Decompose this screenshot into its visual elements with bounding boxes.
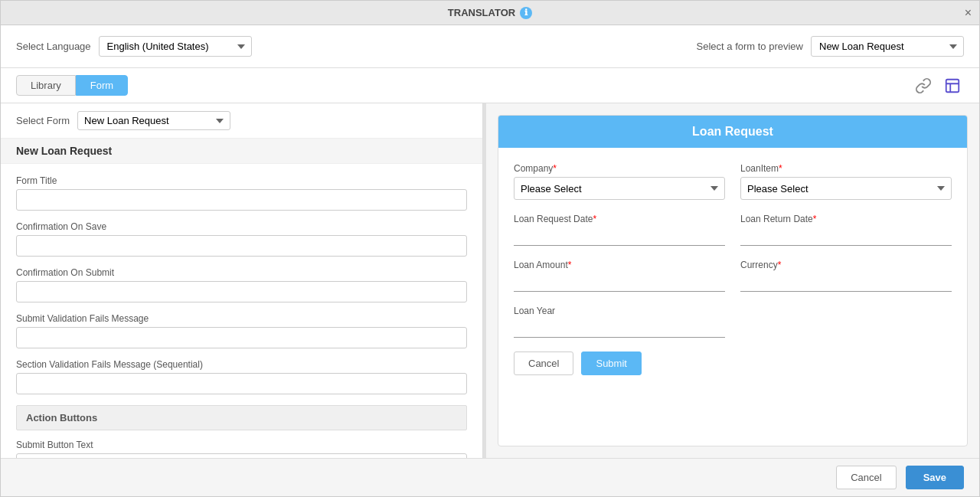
company-field: Company* Please Select xyxy=(514,163,725,200)
submit-validation-label: Submit Validation Fails Message xyxy=(16,313,467,324)
select-form-dropdown[interactable]: New Loan Request xyxy=(77,111,230,130)
section-validation-input[interactable] xyxy=(16,373,467,394)
language-selector-group: Select Language English (United States) xyxy=(16,36,252,57)
toolbar-icons xyxy=(912,74,964,97)
loan-item-field: LoanItem* Please Select xyxy=(740,163,952,200)
select-language-label: Select Language xyxy=(16,41,91,52)
title-text: TRANSLATOR xyxy=(448,7,515,18)
form-title-field: Form Title xyxy=(16,175,467,211)
preview-cancel-button[interactable]: Cancel xyxy=(514,351,573,375)
form-preview-header: Loan Request xyxy=(498,116,967,148)
library-tab[interactable]: Library xyxy=(16,75,76,96)
footer-save-button[interactable]: Save xyxy=(906,466,964,489)
confirmation-on-submit-label: Confirmation On Submit xyxy=(16,267,467,278)
form-title-input[interactable] xyxy=(16,189,467,211)
company-label: Company* xyxy=(514,163,725,174)
form-row-4: Loan Year xyxy=(514,306,952,338)
loan-item-label: LoanItem* xyxy=(740,163,952,174)
form-title-label: Form Title xyxy=(16,175,467,186)
loan-item-required-star: * xyxy=(779,163,782,174)
confirmation-on-save-input[interactable] xyxy=(16,235,467,257)
select-form-label: Select Form xyxy=(16,115,70,126)
submit-button-text-label: Submit Button Text xyxy=(16,440,467,450)
loan-request-date-field: Loan Request Date* xyxy=(514,214,725,246)
confirmation-on-submit-input[interactable] xyxy=(16,281,467,302)
expand-icon xyxy=(944,77,961,94)
loan-return-date-required-star: * xyxy=(813,214,817,224)
confirmation-on-save-label: Confirmation On Save xyxy=(16,221,467,232)
form-row-3: Loan Amount* Currency* xyxy=(514,260,952,292)
left-panel-title: New Loan Request xyxy=(1,139,482,164)
action-buttons-section: Action Buttons xyxy=(16,405,467,430)
currency-input[interactable] xyxy=(740,273,952,292)
loan-return-date-field: Loan Return Date* xyxy=(740,214,952,246)
loan-request-date-input[interactable] xyxy=(514,227,725,246)
loan-amount-input[interactable] xyxy=(514,273,725,292)
language-select[interactable]: English (United States) xyxy=(99,36,252,57)
chain-icon xyxy=(915,77,932,94)
form-preview-selector-group: Select a form to preview New Loan Reques… xyxy=(697,36,964,57)
loan-amount-required-star: * xyxy=(568,260,572,270)
left-panel-body: Form Title Confirmation On Save Confirma… xyxy=(1,164,482,458)
expand-button[interactable] xyxy=(941,74,964,97)
currency-label: Currency* xyxy=(740,260,952,270)
loan-year-label: Loan Year xyxy=(514,306,725,316)
title-bar: TRANSLATOR ℹ × xyxy=(1,1,979,25)
section-validation-field: Section Validation Fails Message (Sequen… xyxy=(16,359,467,394)
select-form-preview-label: Select a form to preview xyxy=(697,41,803,52)
left-panel: Select Form New Loan Request New Loan Re… xyxy=(1,103,483,458)
tab-group: Library Form xyxy=(16,75,128,96)
footer-cancel-button[interactable]: Cancel xyxy=(836,466,896,489)
loan-request-date-required-star: * xyxy=(593,214,596,224)
title-bar-text: TRANSLATOR ℹ xyxy=(448,7,532,19)
loan-year-spacer xyxy=(740,306,952,338)
loan-return-date-input[interactable] xyxy=(740,227,952,246)
chain-link-button[interactable] xyxy=(912,74,935,97)
company-select[interactable]: Please Select xyxy=(514,177,725,200)
currency-field: Currency* xyxy=(740,260,952,292)
form-tab[interactable]: Form xyxy=(76,75,128,96)
confirmation-on-save-field: Confirmation On Save xyxy=(16,221,467,257)
preview-submit-button[interactable]: Submit xyxy=(581,351,641,375)
submit-button-text-field: Submit Button Text xyxy=(16,440,467,458)
toolbar: Library Form xyxy=(1,68,979,103)
info-icon[interactable]: ℹ xyxy=(520,7,532,19)
left-panel-header: Select Form New Loan Request xyxy=(1,103,482,139)
confirmation-on-submit-field: Confirmation On Submit xyxy=(16,267,467,302)
main-content: Select Form New Loan Request New Loan Re… xyxy=(1,103,979,458)
loan-amount-label: Loan Amount* xyxy=(514,260,725,270)
footer: Cancel Save xyxy=(1,458,979,496)
form-row-2: Loan Request Date* Loan Return Date* xyxy=(514,214,952,246)
svg-rect-0 xyxy=(946,79,959,92)
submit-validation-field: Submit Validation Fails Message xyxy=(16,313,467,348)
form-preview: Loan Request Company* Please Select xyxy=(498,115,968,446)
loan-amount-field: Loan Amount* xyxy=(514,260,725,292)
form-actions: Cancel Submit xyxy=(514,351,952,375)
form-preview-select[interactable]: New Loan Request xyxy=(811,36,964,57)
loan-year-input[interactable] xyxy=(514,319,725,338)
currency-required-star: * xyxy=(778,260,782,270)
right-panel: Loan Request Company* Please Select xyxy=(486,103,979,458)
loan-return-date-label: Loan Return Date* xyxy=(740,214,952,224)
section-validation-label: Section Validation Fails Message (Sequen… xyxy=(16,359,467,370)
form-preview-body: Company* Please Select LoanItem* Ple xyxy=(498,148,967,391)
loan-request-date-label: Loan Request Date* xyxy=(514,214,725,224)
header-bar: Select Language English (United States) … xyxy=(1,25,979,68)
loan-year-field: Loan Year xyxy=(514,306,725,338)
loan-item-select[interactable]: Please Select xyxy=(740,177,952,200)
close-button[interactable]: × xyxy=(965,7,972,19)
form-row-1: Company* Please Select LoanItem* Ple xyxy=(514,163,952,200)
submit-validation-input[interactable] xyxy=(16,327,467,348)
company-required-star: * xyxy=(553,163,557,174)
